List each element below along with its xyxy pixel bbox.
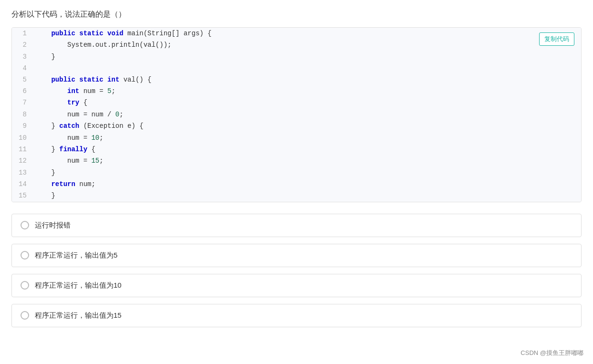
question-title: 分析以下代码，说法正确的是（） (11, 10, 582, 20)
line-code: System.out.println(val()); (33, 39, 581, 51)
line-number: 15 (12, 190, 33, 201)
copy-code-button[interactable]: 复制代码 (539, 32, 574, 46)
line-number: 13 (12, 167, 33, 178)
line-number: 9 (12, 120, 33, 132)
option-label-b: 程序正常运行，输出值为5 (35, 251, 117, 260)
line-code: num = 10; (33, 132, 581, 144)
line-code: } catch (Exception e) { (33, 120, 581, 132)
option-label-a: 运行时报错 (35, 221, 71, 230)
option-radio-d (21, 311, 29, 320)
line-number: 5 (12, 74, 33, 85)
line-number: 6 (12, 85, 33, 97)
line-number: 4 (12, 62, 33, 73)
line-number: 1 (12, 28, 33, 39)
line-code: } (33, 190, 581, 201)
code-table: 1 public static void main(String[] args)… (12, 28, 581, 202)
line-number: 12 (12, 155, 33, 166)
option-radio-b (21, 251, 29, 260)
line-code: return num; (33, 178, 581, 190)
line-code: } finally { (33, 144, 581, 155)
line-code: try { (33, 97, 581, 108)
line-code: int num = 5; (33, 85, 581, 97)
line-number: 11 (12, 144, 33, 155)
line-number: 10 (12, 132, 33, 144)
option-radio-a (21, 221, 29, 229)
line-code: } (33, 51, 581, 62)
option-item-c[interactable]: 程序正常运行，输出值为10 (11, 274, 582, 297)
line-code: public static int val() { (33, 74, 581, 85)
code-block-wrapper: 复制代码 1 public static void main(String[] … (11, 27, 582, 202)
line-code: num = 15; (33, 155, 581, 166)
options-container: 运行时报错程序正常运行，输出值为5程序正常运行，输出值为10程序正常运行，输出值… (11, 214, 582, 327)
line-code: public static void main(String[] args) { (33, 28, 581, 39)
line-number: 2 (12, 39, 33, 51)
line-code: num = num / 0; (33, 109, 581, 120)
option-label-c: 程序正常运行，输出值为10 (35, 281, 122, 290)
option-radio-c (21, 281, 29, 290)
line-number: 8 (12, 109, 33, 120)
option-label-d: 程序正常运行，输出值为15 (35, 311, 122, 320)
line-code: } (33, 167, 581, 178)
line-code (33, 62, 581, 73)
line-number: 3 (12, 51, 33, 62)
option-item-d[interactable]: 程序正常运行，输出值为15 (11, 304, 582, 327)
option-item-b[interactable]: 程序正常运行，输出值为5 (11, 244, 582, 267)
line-number: 7 (12, 97, 33, 108)
line-number: 14 (12, 178, 33, 190)
option-item-a[interactable]: 运行时报错 (11, 214, 582, 237)
